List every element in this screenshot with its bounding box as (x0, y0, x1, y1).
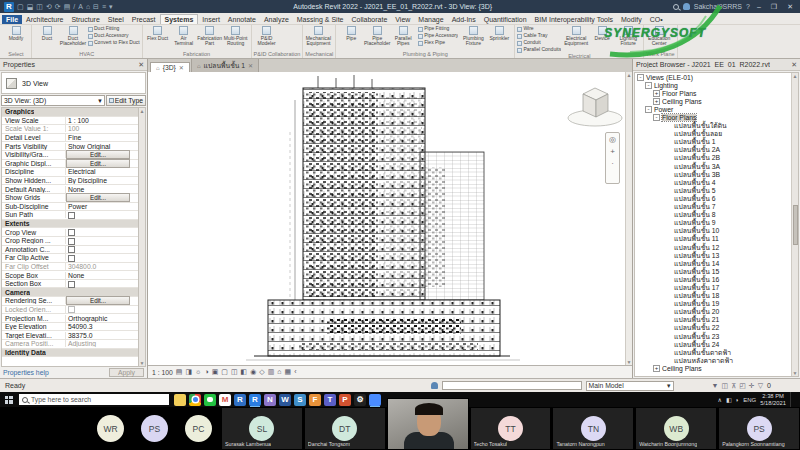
ribbon-button[interactable]: Fabrication Part (197, 26, 223, 47)
close-button[interactable]: ✕ (784, 3, 796, 11)
property-value[interactable]: None (66, 272, 138, 279)
worksets-icon[interactable] (431, 382, 438, 389)
tree-item-label[interactable]: Floor Plans (662, 90, 696, 97)
tree-expand-icon[interactable] (665, 276, 672, 283)
tree-expand-icon[interactable] (665, 146, 672, 153)
tree-expand-icon[interactable] (665, 252, 672, 259)
property-value[interactable]: None (66, 186, 138, 193)
chrome-icon[interactable] (189, 394, 201, 406)
tree-item[interactable]: + Ceiling Plans (635, 97, 791, 105)
vcb-expand-icon[interactable]: ‹ (294, 368, 296, 376)
property-row[interactable]: Crop View (2, 228, 138, 237)
properties-close-icon[interactable]: ✕ (138, 61, 144, 69)
ribbon-button[interactable]: Duct Accessory (88, 33, 140, 39)
select-pinned-icon[interactable]: ⊼ (731, 382, 736, 390)
detail-level-icon[interactable]: ▤ (176, 368, 183, 376)
temporary-hide-isolate-icon[interactable]: ◧ (241, 368, 248, 376)
ribbon-button[interactable]: Electrical Equipment (563, 26, 589, 47)
property-row[interactable]: Scope Box None (2, 271, 138, 280)
crop-region-icon[interactable]: ◫ (231, 368, 238, 376)
drag-on-selection-icon[interactable]: ✛ (749, 382, 755, 390)
ribbon-button[interactable]: Pipe Accessory (418, 33, 458, 39)
ribbon-button[interactable]: Education Center (646, 26, 672, 47)
property-value[interactable] (66, 306, 138, 314)
canvas-scrollbar[interactable]: ▲▼ (625, 72, 632, 365)
property-value[interactable]: 1 : 100 (66, 117, 138, 124)
tree-expand-icon[interactable] (665, 227, 672, 234)
property-value[interactable]: Orthographic (66, 315, 138, 322)
notification-center[interactable] (790, 392, 798, 407)
view-scale[interactable]: 1 : 100 (152, 369, 173, 376)
redo-icon[interactable]: ⟳ (55, 3, 61, 11)
sun-path-icon[interactable]: ☼ (195, 368, 201, 376)
section-icon[interactable]: ⊟ (93, 3, 99, 11)
tree-expand-icon[interactable] (665, 235, 672, 242)
property-value[interactable]: Edit... (66, 296, 130, 305)
participant-tile[interactable]: TT Techo Tosakul (470, 407, 552, 450)
model-view[interactable]: ◎ + · ▲▼ (148, 72, 632, 365)
text-icon[interactable]: A (78, 3, 83, 11)
view-selector-dropdown[interactable]: 3D View: (3D)▾ (1, 95, 105, 106)
type-selector[interactable]: 3D View (1, 72, 146, 94)
property-row[interactable]: Graphic Displ... Edit... (2, 160, 138, 169)
tree-expand-icon[interactable] (665, 308, 672, 315)
ribbon-tab[interactable]: Quantification (480, 15, 531, 24)
ribbon-tab[interactable]: Manage (414, 15, 447, 24)
tree-expand-icon[interactable] (665, 341, 672, 348)
property-value[interactable]: 304800.0 (66, 263, 138, 270)
property-value[interactable]: Fine (66, 134, 138, 141)
ribbon-button[interactable]: Wire (517, 26, 561, 32)
clock[interactable]: 2:38 PM 5/18/2021 (760, 393, 786, 406)
filter-icon[interactable]: ▽ (758, 382, 763, 390)
property-value[interactable] (66, 254, 138, 262)
help-menu[interactable]: ? (746, 3, 750, 10)
select-by-face-icon[interactable]: ◰ (739, 382, 746, 390)
property-row[interactable]: Scale Value 1: 100 (2, 125, 138, 134)
participant-tile[interactable]: DT Danchai Tongsom (304, 407, 386, 450)
measure-icon[interactable]: / (73, 3, 75, 11)
ribbon-button[interactable]: Flex Pipe (418, 40, 458, 46)
participant-tile[interactable] (387, 398, 469, 450)
view-tab-close-icon[interactable]: ✕ (248, 62, 253, 69)
property-value[interactable] (66, 211, 138, 219)
tree-expand-icon[interactable] (665, 163, 672, 170)
reveal-hidden-icon[interactable]: ◉ (250, 368, 256, 376)
ribbon-tab[interactable]: BIM Interoperability Tools (531, 15, 617, 24)
select-links-icon[interactable]: ▼ (712, 382, 719, 390)
property-value[interactable]: Show Original (66, 143, 138, 150)
tree-expand-icon[interactable]: - (645, 106, 652, 113)
project-browser-close-icon[interactable]: ✕ (791, 61, 797, 69)
tree-item-label[interactable]: Power (654, 106, 673, 113)
tree-expand-icon[interactable] (665, 219, 672, 226)
new-file-icon[interactable]: ▢ (17, 3, 24, 11)
browser-scrollbar[interactable]: ▲▼ (791, 73, 798, 376)
property-row[interactable]: Target Elevati... 38375.0 (2, 331, 138, 340)
revit-2021-icon[interactable]: R (234, 394, 246, 406)
tree-expand-icon[interactable] (665, 349, 672, 356)
tree-expand-icon[interactable] (665, 138, 672, 145)
ribbon-tab[interactable]: Analyze (260, 15, 293, 24)
tree-item[interactable]: - Views (ELE-01) (635, 73, 791, 81)
ribbon-button[interactable]: Parallel Pipes (390, 26, 416, 47)
tree-expand-icon[interactable] (665, 195, 672, 202)
property-row[interactable]: Identity Data (2, 349, 138, 358)
zoom-icon[interactable] (369, 394, 381, 406)
property-row[interactable]: Far Clip Offset 304800.0 (2, 263, 138, 272)
ribbon-button[interactable]: Flex Duct (145, 26, 171, 47)
tree-expand-icon[interactable]: - (653, 114, 660, 121)
property-row[interactable]: Projection M... Orthographic (2, 314, 138, 323)
tree-expand-icon[interactable] (665, 187, 672, 194)
ribbon-button[interactable]: P&ID Modeler (254, 26, 280, 47)
ribbon-button[interactable]: Plumbing Fixture (460, 26, 486, 47)
property-value[interactable] (66, 228, 138, 236)
property-row[interactable]: Crop Region ... (2, 237, 138, 246)
tree-expand-icon[interactable] (665, 292, 672, 299)
tree-expand-icon[interactable] (665, 268, 672, 275)
pan-tool-icon[interactable]: · (611, 159, 614, 168)
minimize-button[interactable]: – (754, 3, 764, 10)
property-value[interactable]: 100 (66, 125, 138, 132)
tree-expand-icon[interactable]: + (653, 98, 660, 105)
gmail-icon[interactable]: M (219, 394, 231, 406)
worksets-field[interactable] (442, 381, 582, 390)
ribbon-button[interactable]: Duct Fitting (88, 26, 140, 32)
